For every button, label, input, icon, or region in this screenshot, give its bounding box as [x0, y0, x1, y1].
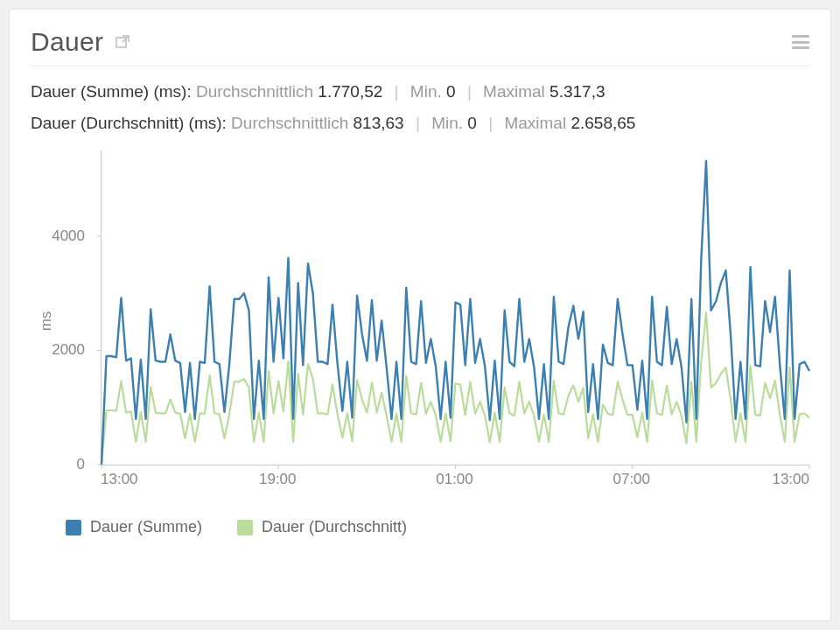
legend-swatch: [237, 520, 253, 536]
separator: |: [467, 82, 472, 101]
chart-plot[interactable]: [101, 150, 809, 466]
separator: |: [416, 114, 420, 132]
stat-min-value: 0: [446, 82, 456, 101]
panel-header: Dauer: [31, 27, 809, 66]
legend-swatch: [66, 520, 81, 536]
x-tick-label: 13:00: [101, 471, 138, 488]
legend-label: Dauer (Summe): [90, 518, 202, 536]
panel-title: Dauer: [31, 27, 103, 57]
separator: |: [488, 114, 493, 132]
stat-avg-value: 1.770,52: [318, 82, 382, 101]
stat-avg-label: Durchschnittlich: [196, 82, 313, 101]
x-axis-labels: 13:0019:0001:0007:0013:00: [101, 466, 809, 492]
separator: |: [395, 82, 399, 101]
chart-series-line: [102, 161, 809, 465]
chart-legend: Dauer (Summe) Dauer (Durchschnitt): [31, 518, 809, 536]
stat-min-label: Min.: [410, 82, 442, 101]
stat-name: Dauer (Durchschnitt) (ms):: [31, 114, 227, 132]
legend-label: Dauer (Durchschnitt): [262, 518, 407, 536]
chart-area: ms 020004000 13:0019:0001:0007:0013:00: [31, 150, 809, 492]
stat-max-label: Maximal: [483, 82, 545, 101]
y-axis-labels: 020004000: [31, 150, 92, 466]
y-tick-label: 2000: [52, 341, 85, 359]
y-tick-label: 4000: [52, 228, 85, 245]
legend-item-summe[interactable]: Dauer (Summe): [66, 518, 202, 536]
stat-name: Dauer (Summe) (ms):: [31, 82, 192, 101]
x-tick-label: 19:00: [259, 471, 297, 488]
x-tick-label: 07:00: [612, 471, 650, 488]
stat-avg-label: Durchschnittlich: [231, 114, 348, 132]
panel-menu-icon[interactable]: [792, 35, 809, 49]
x-tick-label: 01:00: [436, 471, 473, 488]
stat-avg-value: 813,63: [354, 114, 404, 132]
stat-max-label: Maximal: [504, 114, 566, 132]
metrics-panel: Dauer Dauer (Summe) (ms): Durchschnittli…: [9, 9, 831, 621]
stats-line-summe: Dauer (Summe) (ms): Durchschnittlich 1.7…: [31, 82, 809, 102]
popout-icon[interactable]: [116, 35, 130, 49]
legend-item-durchschnitt[interactable]: Dauer (Durchschnitt): [237, 518, 407, 536]
stats-line-durchschnitt: Dauer (Durchschnitt) (ms): Durchschnittl…: [31, 114, 809, 133]
x-tick-label: 13:00: [772, 471, 809, 488]
stat-min-label: Min.: [431, 114, 463, 132]
stat-max-value: 2.658,65: [570, 114, 635, 132]
chart-series-line: [102, 313, 809, 466]
stat-max-value: 5.317,3: [550, 82, 605, 101]
panel-title-wrap: Dauer: [31, 27, 130, 57]
stat-min-value: 0: [467, 114, 477, 132]
y-tick-label: 0: [77, 456, 85, 473]
